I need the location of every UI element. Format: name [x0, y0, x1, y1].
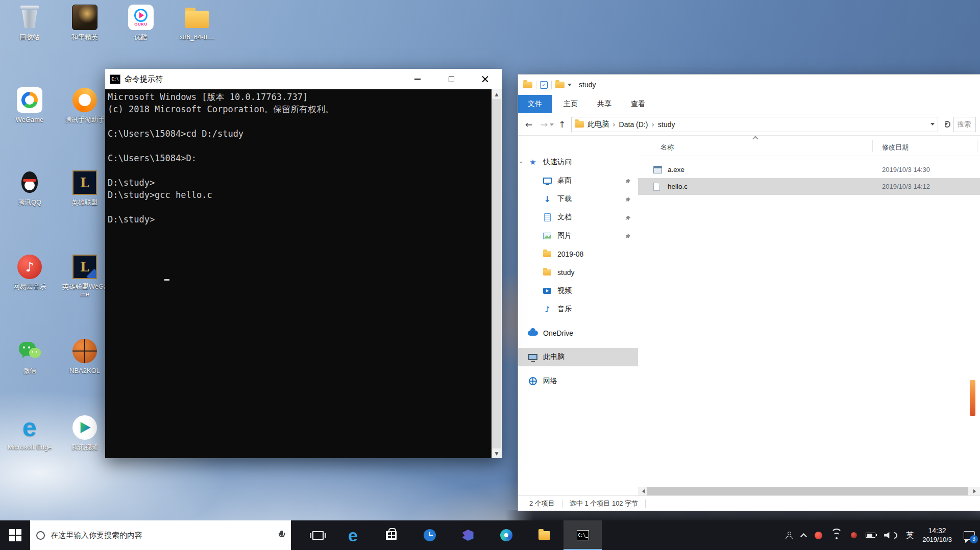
cmd-minimize-button[interactable] — [401, 69, 434, 89]
volume-icon[interactable] — [884, 532, 897, 539]
tray-app-red-icon[interactable] — [815, 532, 822, 539]
scroll-down-icon[interactable]: ▼ — [492, 448, 502, 458]
sidebar-item-2019-08[interactable]: 2019-08 — [518, 245, 638, 263]
edge-icon: e — [348, 526, 358, 545]
wifi-icon[interactable] — [831, 531, 842, 540]
cmd-vertical-scrollbar[interactable]: ▲ ▼ — [492, 89, 502, 458]
sidebar-item-documents[interactable]: 文档 — [518, 208, 638, 227]
task-view-button[interactable] — [302, 520, 334, 550]
cmd-terminal[interactable]: Microsoft Windows [版本 10.0.17763.737] (c… — [105, 89, 502, 458]
desktop-icon-edge[interactable]: e Microsoft Edge — [5, 414, 54, 451]
onedrive-icon — [527, 331, 538, 336]
address-box[interactable]: 此电脑 › Data (D:) › study — [571, 117, 938, 132]
desktop-icon-tencent-video[interactable]: 腾讯视频 — [60, 414, 109, 451]
desktop-icon-label: x86_64-8.... — [173, 33, 222, 41]
cmd-icon: C:\_ — [577, 530, 589, 540]
sidebar-item-onedrive[interactable]: OneDrive — [518, 324, 638, 342]
back-button[interactable]: ← — [521, 119, 536, 130]
desktop-icon-youku[interactable]: OUKU 优酷 — [116, 4, 165, 41]
taskbar-app-file-explorer[interactable] — [525, 520, 564, 550]
explorer-search-input[interactable]: 搜索 — [953, 117, 976, 132]
file-date: 2019/10/3 14:12 — [882, 183, 930, 190]
history-chevron-icon[interactable] — [550, 123, 554, 128]
desktop-icon-lol-wegame[interactable]: L 英雄联盟WeGame — [60, 254, 109, 298]
sidebar-item-downloads[interactable]: ↓ 下载 — [518, 190, 638, 208]
sidebar-item-quick-access[interactable]: › ★ 快速访问 — [518, 153, 638, 171]
taskbar-app-edge[interactable]: e — [334, 520, 372, 550]
desktop-icon-label: NBA2KOL — [60, 367, 109, 374]
horizontal-scrollbar[interactable] — [638, 487, 980, 495]
desktop-icon-nba2kol[interactable]: NBA2KOL — [60, 338, 109, 374]
chevron-down-icon[interactable]: › — [518, 161, 525, 164]
refresh-button[interactable] — [940, 121, 953, 128]
people-button[interactable] — [786, 532, 793, 539]
youku-icon: OUKU — [128, 4, 154, 31]
cmd-close-button[interactable] — [468, 69, 502, 89]
cmd-system-icon[interactable]: C:\ — [110, 74, 120, 84]
address-chevron-icon[interactable] — [930, 123, 935, 128]
column-divider[interactable] — [872, 140, 873, 152]
file-row-hello-c[interactable]: hello.c 2019/10/3 14:12 — [638, 178, 980, 195]
taskbar-app-store[interactable] — [372, 520, 410, 550]
desktop-icon-x86-folder[interactable]: x86_64-8.... — [173, 4, 222, 41]
sidebar-item-desktop[interactable]: 桌面 — [518, 171, 638, 190]
action-center-button[interactable]: 3 — [964, 531, 975, 540]
column-header-date[interactable]: 修改日期 — [882, 143, 909, 152]
sidebar-item-network[interactable]: 网络 — [518, 372, 638, 390]
taskbar-app-visual-studio[interactable] — [449, 520, 487, 550]
cmd-maximize-button[interactable] — [434, 69, 468, 89]
desktop-icon-wegame[interactable]: WeGame — [5, 87, 54, 123]
desktop-icon-netease-music[interactable]: ♪ 网易云音乐 — [5, 254, 54, 290]
taskbar-search-input[interactable]: 在这里输入你要搜索的内容 — [30, 520, 291, 550]
battery-icon[interactable] — [866, 533, 875, 538]
new-folder-icon[interactable] — [555, 82, 565, 88]
qat-customize-chevron-icon[interactable] — [568, 84, 572, 88]
microphone-icon[interactable] — [279, 531, 285, 540]
breadcrumb-study[interactable]: study — [654, 120, 678, 129]
desktop-icon-qq[interactable]: 腾讯QQ — [5, 169, 54, 206]
clock-app-icon — [424, 529, 436, 541]
taskbar-app-clock[interactable] — [410, 520, 449, 550]
recycle-bin-icon — [16, 4, 43, 31]
breadcrumb-this-pc[interactable]: 此电脑 — [584, 120, 612, 129]
sidebar-item-music[interactable]: ♪ 音乐 — [518, 300, 638, 318]
sidebar-item-this-pc[interactable]: 此电脑 — [518, 348, 638, 366]
sidebar-item-videos[interactable]: 视频 — [518, 282, 638, 300]
desktop-icon-wechat[interactable]: 微信 — [5, 338, 54, 374]
item-count: 2 个项目 — [529, 499, 555, 508]
scroll-right-icon[interactable] — [971, 487, 980, 495]
horizontal-scrollbar-thumb[interactable] — [647, 487, 968, 495]
desktop-icon-peace-elite[interactable]: 和平精英 — [60, 4, 109, 41]
tencent-mobile-helper-icon — [71, 87, 98, 113]
language-indicator[interactable]: 英 — [906, 531, 914, 540]
desktop-icon-recycle-bin[interactable]: 回收站 — [5, 4, 54, 41]
tab-file[interactable]: 文件 — [518, 95, 552, 113]
taskbar-app-swirl[interactable] — [487, 520, 525, 550]
sidebar-item-pictures[interactable]: 图片 — [518, 227, 638, 245]
tab-share[interactable]: 共享 — [587, 95, 621, 113]
clock[interactable]: 14:32 2019/10/3 — [922, 527, 952, 544]
scroll-up-icon[interactable]: ▲ — [492, 89, 502, 99]
column-header-name[interactable]: 名称 — [660, 143, 674, 152]
file-row-a-exe[interactable]: a.exe 2019/10/3 14:30 — [638, 161, 980, 178]
taskbar-app-cmd-active[interactable]: C:\_ — [564, 520, 602, 550]
explorer-titlebar[interactable]: ✓ study — [518, 74, 980, 95]
divider — [551, 81, 552, 89]
hidden-icons-chevron-icon[interactable] — [801, 532, 806, 539]
up-button[interactable]: ↑ — [555, 119, 569, 130]
start-button[interactable] — [0, 520, 30, 550]
tab-view[interactable]: 查看 — [621, 95, 655, 113]
desktop-icon-tencent-mobile-helper[interactable]: 腾讯手游助手 — [60, 87, 109, 123]
desktop-icon-lol[interactable]: L 英雄联盟 — [60, 169, 109, 206]
properties-check-icon[interactable]: ✓ — [540, 81, 548, 89]
cmd-scrollbar-thumb[interactable] — [492, 99, 501, 448]
music-icon: ♪ — [542, 305, 553, 314]
cmd-titlebar[interactable]: C:\ 命令提示符 — [105, 69, 502, 89]
tray-app-small-red-icon[interactable] — [851, 532, 857, 538]
tab-home[interactable]: 主页 — [554, 95, 587, 113]
file-date: 2019/10/3 14:30 — [882, 166, 930, 173]
column-divider[interactable] — [977, 140, 977, 152]
scroll-left-icon[interactable] — [638, 487, 647, 495]
breadcrumb-drive-d[interactable]: Data (D:) — [616, 120, 652, 129]
sidebar-item-study[interactable]: study — [518, 263, 638, 282]
